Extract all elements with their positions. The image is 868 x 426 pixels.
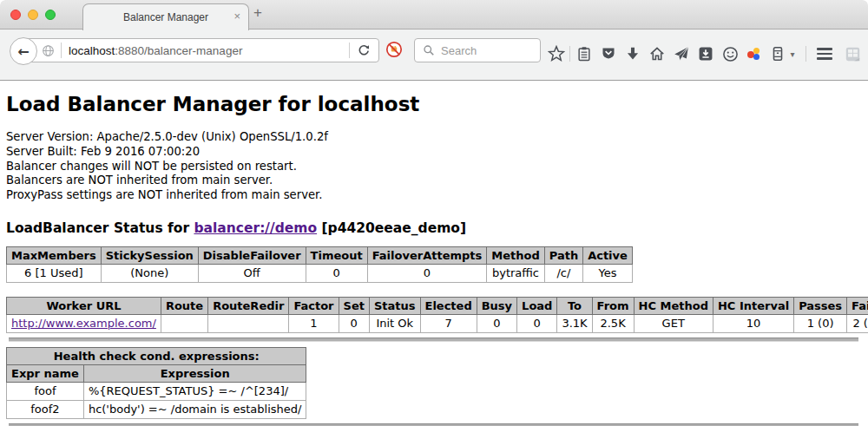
table-cell: GET bbox=[634, 314, 713, 332]
url-text: localhost:8880/balancer-manager bbox=[69, 44, 242, 57]
search-input[interactable]: Search bbox=[414, 38, 541, 62]
column-header: Passes bbox=[794, 297, 847, 314]
column-header: HC Method bbox=[634, 297, 713, 314]
column-header: Elected bbox=[420, 297, 477, 314]
tab-close-icon[interactable]: × bbox=[233, 10, 240, 23]
table-cell: 1 bbox=[289, 314, 339, 332]
bookmark-star-icon[interactable] bbox=[546, 43, 567, 64]
titlebar: Balancer Manager × + bbox=[0, 0, 868, 29]
table-cell: 6 [1 Used] bbox=[7, 264, 102, 282]
toolbar-divider bbox=[569, 46, 570, 62]
search-icon bbox=[423, 44, 435, 56]
table-cell bbox=[208, 314, 289, 332]
send-page-icon[interactable] bbox=[671, 43, 692, 64]
table-cell: 0 bbox=[339, 314, 369, 332]
worker-url-link[interactable]: http://www.example.com/ bbox=[11, 317, 156, 330]
table-row: foof%{REQUEST_STATUS} =~ /^[234]/ bbox=[7, 382, 306, 400]
menu-hamburger-icon[interactable] bbox=[814, 43, 835, 64]
colored-dots bbox=[746, 47, 762, 61]
globe-icon bbox=[42, 44, 55, 57]
url-host: localhost bbox=[69, 44, 115, 57]
home-icon[interactable] bbox=[647, 43, 667, 64]
balancers-inherit-line: Balancers are NOT inherited from main se… bbox=[6, 174, 861, 188]
new-tab-button[interactable]: + bbox=[253, 4, 262, 22]
url-path: :8880/balancer-manager bbox=[115, 44, 242, 57]
urlbar-divider bbox=[61, 43, 62, 58]
table-cell: http://www.example.com/ bbox=[7, 314, 161, 332]
caret-down-icon: ▾ bbox=[790, 49, 794, 59]
table-header-row: MaxMembersStickySessionDisableFailoverTi… bbox=[7, 246, 633, 264]
table-cell: 2.5K bbox=[592, 314, 634, 332]
reload-icon[interactable] bbox=[357, 43, 371, 57]
column-header: Busy bbox=[477, 297, 516, 314]
plugin-blocked-icon[interactable] bbox=[385, 41, 403, 58]
navigation-toolbar: ← localhost:8880/balancer-manager Search bbox=[0, 29, 868, 81]
minimize-window-button[interactable] bbox=[28, 10, 38, 20]
table-row: foof2hc('body') =~ /domain is establishe… bbox=[7, 400, 306, 418]
downloads-icon[interactable] bbox=[622, 43, 643, 64]
close-window-button[interactable] bbox=[10, 10, 21, 20]
status-heading-suffix: [p4420eeae_demo] bbox=[317, 220, 466, 236]
table-header-row: Expr nameExpression bbox=[7, 364, 306, 382]
server-version-line: Server Version: Apache/2.5.0-dev (Unix) … bbox=[6, 130, 861, 145]
search-placeholder: Search bbox=[441, 44, 477, 57]
tab-groups-icon[interactable] bbox=[842, 43, 863, 64]
column-header: Active bbox=[583, 246, 633, 264]
urlbar-divider bbox=[349, 43, 350, 58]
column-header: Expr name bbox=[7, 364, 84, 382]
table-cell: hc('body') =~ /domain is established/ bbox=[83, 400, 306, 418]
column-header: MaxMembers bbox=[7, 246, 102, 264]
reading-list-icon[interactable] bbox=[574, 43, 595, 64]
server-built-line: Server Built: Feb 9 2016 07:00:20 bbox=[6, 145, 861, 160]
column-header: Factor bbox=[289, 297, 339, 314]
server-info: Server Version: Apache/2.5.0-dev (Unix) … bbox=[6, 130, 861, 203]
column-header: Worker URL bbox=[7, 297, 161, 314]
table-cell: 2 (0) bbox=[847, 314, 868, 332]
table-cell: Yes bbox=[583, 264, 633, 282]
table-cell: bytraffic bbox=[487, 264, 544, 282]
column-header: Set bbox=[339, 297, 369, 314]
table-cell: foof2 bbox=[7, 400, 84, 418]
table-cell: 0 bbox=[517, 314, 557, 332]
balancer-demo-link[interactable]: balancer://demo bbox=[194, 220, 317, 236]
column-header: From bbox=[592, 297, 634, 314]
table-cell: Init Ok bbox=[369, 314, 420, 332]
balancer-table: MaxMembersStickySessionDisableFailoverTi… bbox=[6, 246, 633, 283]
health-check-table: Health check cond. expressions:Expr name… bbox=[6, 347, 306, 419]
column-header: StickySession bbox=[101, 246, 198, 264]
page-title: Load Balancer Manager for localhost bbox=[6, 93, 861, 115]
column-header: RouteRedir bbox=[208, 297, 289, 314]
table-cell: 1 (0) bbox=[794, 314, 847, 332]
reload-area bbox=[349, 43, 378, 58]
pocket-icon[interactable] bbox=[598, 43, 619, 64]
column-header: Route bbox=[161, 297, 207, 314]
table-cell: (None) bbox=[101, 264, 198, 282]
page-content: Load Balancer Manager for localhost Serv… bbox=[0, 81, 868, 426]
table-row: 6 [1 Used](None)Off00bytraffic/c/Yes bbox=[7, 264, 633, 282]
table-cell: /c/ bbox=[544, 264, 582, 282]
table-header-row: Worker URLRouteRouteRedirFactorSetStatus… bbox=[7, 297, 868, 314]
feedback-smiley-icon[interactable] bbox=[720, 43, 740, 64]
traffic-lights bbox=[10, 10, 56, 20]
extension-dots-icon[interactable] bbox=[744, 43, 765, 64]
table-cell: 0 bbox=[477, 314, 516, 332]
tab-title: Balancer Manager bbox=[123, 11, 208, 23]
save-to-device-icon[interactable] bbox=[695, 43, 716, 64]
column-header: HC Interval bbox=[713, 297, 793, 314]
hamburger-bars bbox=[817, 48, 832, 60]
overflow-caret-icon[interactable]: ▾ bbox=[786, 43, 799, 64]
column-header: Load bbox=[517, 297, 557, 314]
column-header: Status bbox=[369, 297, 420, 314]
back-button[interactable]: ← bbox=[10, 37, 37, 65]
column-header: Method bbox=[487, 246, 544, 264]
tab-balancer-manager[interactable]: Balancer Manager × bbox=[82, 3, 249, 30]
column-header: Timeout bbox=[306, 246, 367, 264]
table-cell bbox=[161, 314, 207, 332]
table-cell: 3.1K bbox=[557, 314, 592, 332]
container-vault-icon[interactable] bbox=[767, 43, 788, 64]
table-cell: %{REQUEST_STATUS} =~ /^[234]/ bbox=[83, 382, 306, 400]
zoom-window-button[interactable] bbox=[45, 10, 56, 20]
status-heading-prefix: LoadBalancer Status for bbox=[6, 220, 194, 236]
column-header: FailoverAttempts bbox=[367, 246, 487, 264]
url-bar[interactable]: localhost:8880/balancer-manager bbox=[22, 38, 379, 62]
